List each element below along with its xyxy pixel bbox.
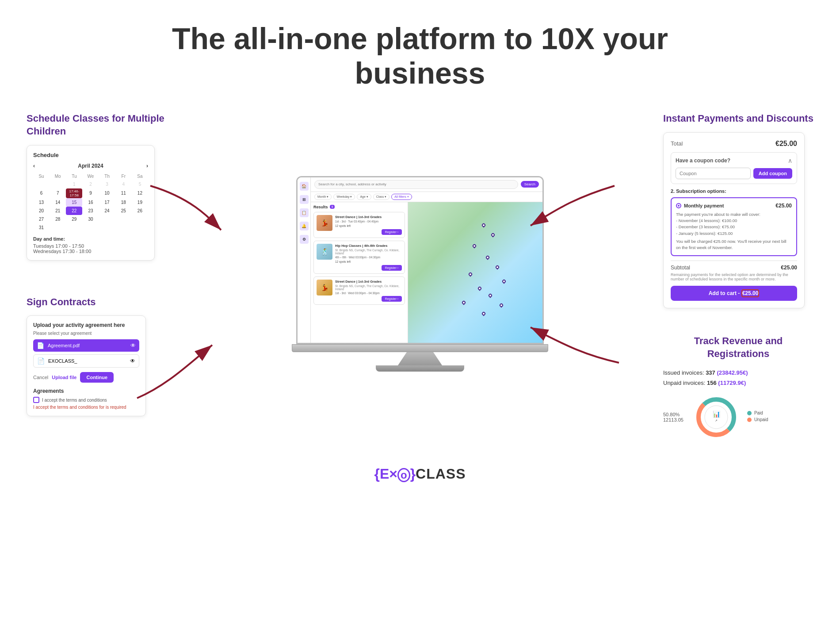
calendar-prev[interactable]: ‹ [33, 163, 35, 169]
file-item-unselected[interactable]: 📄 EXOCLASS_ 👁 [33, 354, 139, 368]
unpaid-line: Unpaid invoices: 156 (11729.9€) [663, 378, 805, 388]
doc-icon: 📄 [37, 357, 45, 365]
cart-btn-text: Add to cart - [709, 290, 741, 296]
map-pin-1 [481, 223, 486, 227]
add-to-cart-button[interactable]: Add to cart - €25.00 [671, 286, 797, 301]
register-button-1[interactable]: Register › [382, 229, 402, 235]
results-label: Results [313, 205, 328, 209]
revenue-title: Track Revenue and Registrations [663, 335, 813, 360]
eye-icon-1[interactable]: 👁 [130, 342, 136, 349]
filter-class[interactable]: Class ▾ [373, 194, 389, 200]
class-location-2: St. Brigids NS, Curragh, The Curragh, Co… [335, 249, 402, 255]
class-img-2: 🕺 [317, 244, 332, 260]
revenue-stats: Issued invoices: 337 (23842.95€) Unpaid … [663, 368, 805, 388]
remaining-note: Remaining payments for the selected opti… [671, 272, 797, 281]
calendar-next[interactable]: › [146, 163, 148, 169]
monthly-description: The payment you're about to make will co… [676, 211, 792, 237]
logo-section: {E×o}CLASS [0, 448, 840, 495]
app-sidebar: 🏠 ⊞ 📋 🔔 ⚙ [298, 177, 311, 343]
calendar-grid: Su Mo Tu We Th Fr Sa 1 [33, 173, 148, 232]
checkbox-row: I accept the terms and conditions [33, 397, 139, 403]
total-label: Total [671, 140, 683, 147]
schedule-widget: Schedule ‹ April 2024 › Su Mo Tu We Th [27, 145, 155, 261]
donut-svg: 📊 ↗ [694, 395, 738, 439]
sidebar-doc-icon[interactable]: 📋 [300, 208, 309, 217]
chart-percentage: 50.80% 12113.05 [663, 412, 683, 422]
schedule-feature: Schedule Classes for Multiple Children S… [27, 112, 177, 260]
terms-checkbox[interactable] [33, 397, 39, 403]
monitor-bezel [292, 344, 548, 352]
subscription-title: 2. Subscription options: [671, 188, 797, 194]
search-input[interactable] [314, 180, 518, 189]
monitor: 🏠 ⊞ 📋 🔔 ⚙ Search [292, 176, 548, 372]
donut-chart: 📊 ↗ [694, 395, 738, 439]
coupon-header-text: Have a coupon code? [676, 157, 730, 164]
upload-label: Upload your activity agreement here [33, 322, 139, 328]
class-title-3: Street Dance | 1st-3rd Grades [335, 280, 402, 284]
class-grades-1: 1st - 3rd · Tue 03:40pm - 04:40pm [335, 220, 402, 223]
monthly-option[interactable]: Monthly payment €25.00 The payment you'r… [671, 197, 797, 257]
app-content: Results 9 💃 Street Dance | 1st-3 [311, 202, 542, 343]
logo-brace-open: { [374, 466, 379, 482]
filter-age[interactable]: Age ▾ [357, 194, 371, 200]
sidebar-home-icon[interactable]: 🏠 [300, 182, 309, 191]
sidebar-bell-icon[interactable]: 🔔 [300, 222, 309, 230]
revenue-chart-container: 50.80% 12113.05 📊 ↗ [663, 395, 805, 439]
agreements-title: Agreements [33, 388, 139, 394]
cart-price-highlight: €25.00 [741, 289, 760, 297]
class-info-1: Street Dance | 1st-3rd Grades 1st - 3rd … [335, 215, 402, 235]
subscription-section: 2. Subscription options: Monthly payment… [671, 188, 797, 301]
right-column: Instant Payments and Discounts Total €25… [663, 108, 813, 439]
agreements-section: Agreements I accept the terms and condit… [33, 388, 139, 410]
contracts-title: Sign Contracts [27, 296, 177, 309]
class-card-1: 💃 Street Dance | 1st-3rd Grades 1st - 3r… [313, 212, 405, 238]
filter-month[interactable]: Month ▾ [314, 194, 332, 200]
map-pin-6 [468, 272, 473, 276]
issued-line: Issued invoices: 337 (23842.95€) [663, 368, 805, 378]
map-background [408, 202, 542, 343]
widget-label: Schedule [33, 152, 148, 158]
sidebar-grid-icon[interactable]: ⊞ [300, 195, 309, 204]
payments-widget: Total €25.00 Have a coupon code? ∧ Add c… [663, 132, 805, 309]
app-topbar: Search [311, 177, 542, 192]
upload-file-button[interactable]: Upload file [52, 375, 76, 380]
add-coupon-button[interactable]: Add coupon [753, 168, 792, 179]
hero-title: The all-in-one platform to 10X your busi… [0, 0, 840, 99]
legend-orange: Unpaid [747, 417, 768, 422]
continue-button[interactable]: Continue [80, 372, 114, 383]
register-button-2[interactable]: Register › [382, 265, 402, 271]
filter-weekday[interactable]: Weekday ▾ [333, 194, 355, 200]
app-filters: Month ▾ Weekday ▾ Age ▾ Class ▾ All filt… [311, 192, 542, 202]
class-meta-2: 4th – 6th · Wed 03:00pm - 04:30pm [335, 256, 402, 259]
error-message: I accept the terms and conditions for is… [33, 405, 139, 410]
coupon-input[interactable] [676, 168, 751, 179]
legend-dot-teal [747, 411, 752, 415]
class-img-1: 💃 [317, 215, 332, 231]
monthly-note: You will be charged €25.00 now. You'll r… [676, 238, 792, 251]
coupon-section: Have a coupon code? ∧ Add coupon [671, 152, 797, 184]
search-button[interactable]: Search [521, 181, 539, 188]
app-screen: 🏠 ⊞ 📋 🔔 ⚙ Search [298, 177, 542, 343]
file-name-2: EXOCLASS_ [48, 358, 126, 364]
map-pin-4 [485, 255, 490, 260]
monitor-screen: 🏠 ⊞ 📋 🔔 ⚙ Search [296, 176, 544, 344]
monitor-base [376, 365, 464, 372]
class-card-3: 💃 Street Dance | 1st-3rd Grades St. Brig… [313, 276, 405, 305]
payments-title: Instant Payments and Discounts [663, 112, 813, 125]
sidebar-settings-icon[interactable]: ⚙ [300, 235, 309, 244]
file-item-selected[interactable]: 📄 Agreement.pdf 👁 [33, 339, 139, 352]
day-time-section: Day and time: Tuesdays 17:00 - 17:50 Wed… [33, 236, 148, 254]
class-location-3: St. Brigids NS, Curragh, The Curragh, Co… [335, 284, 402, 291]
map-pin-2 [491, 232, 496, 237]
coupon-chevron-icon[interactable]: ∧ [788, 157, 792, 164]
register-button-3[interactable]: Register › [382, 296, 402, 302]
class-title-2: Hip Hop Classes | 4th-6th Grades [335, 244, 402, 248]
calendar-month: April 2024 [78, 163, 103, 169]
class-img-3: 💃 [317, 280, 332, 295]
file-name-1: Agreement.pdf [48, 343, 127, 348]
map-pin-3 [472, 244, 477, 249]
calendar-header: ‹ April 2024 › [33, 163, 148, 169]
cancel-button[interactable]: Cancel [33, 375, 48, 380]
eye-icon-2[interactable]: 👁 [130, 358, 135, 364]
filter-all[interactable]: All filters ≡ [391, 194, 412, 200]
